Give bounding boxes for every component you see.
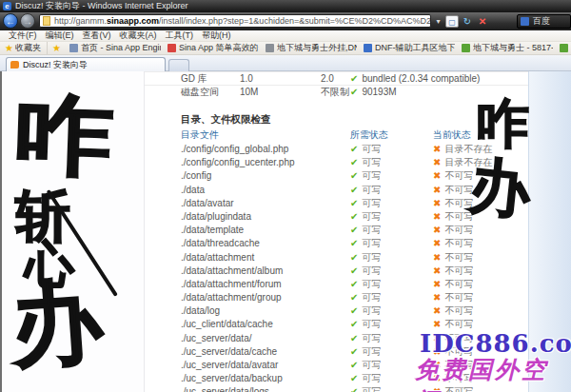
perm-required-label: 可写 xyxy=(362,360,381,370)
perm-required-label: 可写 xyxy=(362,386,381,392)
perm-required-status: ✔可写 xyxy=(350,278,381,291)
favorites-item[interactable]: DNF-辅助工具区地下城与... xyxy=(364,42,455,54)
check-icon: ✔ xyxy=(350,360,358,370)
perm-current-label: 不可写 xyxy=(444,238,473,248)
search-box[interactable]: 百度 xyxy=(517,14,571,29)
stop-icon[interactable]: ✕ xyxy=(476,15,489,28)
cross-icon: ✖ xyxy=(433,185,441,195)
env-current-status: ✔90193M xyxy=(350,86,397,99)
favorite-label: DNF-辅助工具区地下城与... xyxy=(375,42,455,54)
perm-path: ./uc_client/data/cache xyxy=(181,318,273,331)
favorites-item[interactable]: 地下城与勇士外挂,DNF外... xyxy=(266,42,357,54)
env-recommended-value: 不限制 xyxy=(321,86,349,99)
favorites-item[interactable]: Sina App 简单高效的开... xyxy=(167,42,259,54)
perm-required-label: 可写 xyxy=(362,265,381,276)
check-icon: ✔ xyxy=(350,386,358,392)
perm-required-label: 可写 xyxy=(362,319,381,329)
favorite-site-icon xyxy=(560,44,568,52)
environment-check-table: GD 库1.02.0✔bundled (2.0.34 compatible)磁盘… xyxy=(145,71,528,98)
back-button[interactable]: ← xyxy=(3,13,18,29)
perm-required-label: 可写 xyxy=(362,185,381,195)
add-favorite-icon[interactable]: ★ xyxy=(52,43,61,53)
address-bar[interactable]: http://ganmm.sinaapp.com/install/index.p… xyxy=(39,14,431,28)
compatibility-view-icon[interactable]: ▢ xyxy=(445,15,459,28)
perm-current-status: ✖不可写 xyxy=(433,184,473,197)
perm-current-label: 不可写 xyxy=(444,252,473,263)
check-icon: ✔ xyxy=(350,211,358,222)
url-prefix: http://ganmm. xyxy=(54,15,107,27)
perm-path: ./uc_server/data/ xyxy=(181,332,251,345)
perm-required-status: ✔可写 xyxy=(350,265,381,278)
menu-item[interactable]: 编辑(E) xyxy=(46,29,74,42)
tab-bar: Discuz! 安装向导 xyxy=(0,55,571,71)
perm-path: ./data/attachment/album xyxy=(181,265,283,278)
check-icon: ✔ xyxy=(350,170,358,181)
refresh-icon[interactable]: ↻ xyxy=(461,15,474,28)
perm-required-status: ✔可写 xyxy=(350,210,381,224)
perm-current-status: ✖不可写 xyxy=(433,291,473,304)
cross-icon: ✖ xyxy=(433,279,441,289)
menu-item[interactable]: 工具(T) xyxy=(166,29,194,42)
baidu-icon xyxy=(521,17,529,26)
perm-row: ./config/config_global.php✔可写✖目录不存在 xyxy=(145,143,528,156)
cross-icon: ✖ xyxy=(433,144,441,154)
forward-button[interactable]: → xyxy=(20,13,35,29)
favorites-item[interactable]: 末日游戏论坛各个服务器... xyxy=(560,42,571,54)
perm-current-label: 不可写 xyxy=(444,279,473,289)
tab-discuz-install[interactable]: Discuz! 安装向导 xyxy=(6,57,166,71)
check-icon: ✔ xyxy=(350,373,358,383)
new-tab-button[interactable] xyxy=(168,59,189,71)
watermark-slogan: 免费国外空间 xyxy=(415,354,571,392)
perm-required-label: 可写 xyxy=(362,170,381,181)
favorites-item[interactable]: 地下城与勇士 - 5817-游... xyxy=(462,42,553,54)
menu-item[interactable]: 收藏夹(A) xyxy=(120,29,157,42)
title-bar: e Discuz! 安装向导 - Windows Internet Explor… xyxy=(0,0,571,12)
env-item-name: GD 库 xyxy=(181,72,207,86)
favorites-button-label: 收藏夹 xyxy=(15,42,41,54)
favorites-item[interactable]: 首页 - Sina App Engine xyxy=(69,42,161,54)
perm-path: ./uc_server/data/logs xyxy=(181,385,269,392)
perm-required-label: 可写 xyxy=(362,346,381,357)
favorite-site-icon xyxy=(69,44,78,52)
address-dropdown-icon[interactable]: ▾ xyxy=(433,16,443,27)
check-icon: ✔ xyxy=(350,292,358,303)
perm-required-label: 可写 xyxy=(362,279,381,289)
perm-row: ./data/attachment/album✔可写✖不可写 xyxy=(145,265,528,278)
url-path: /install/index.php?step=1&uchidden=&subm… xyxy=(159,15,431,27)
perm-required-status: ✔可写 xyxy=(350,224,381,237)
perm-path: ./config/config_global.php xyxy=(181,143,288,156)
env-current-status: ✔bundled (2.0.34 compatible) xyxy=(350,72,480,86)
perm-required-label: 可写 xyxy=(362,373,381,383)
perm-current-status: ✖不可写 xyxy=(433,237,473,250)
perm-path: ./uc_server/data/cache xyxy=(181,345,277,359)
perm-path: ./data/attachment/group xyxy=(181,291,282,304)
check-icon: ✔ xyxy=(350,279,358,289)
cross-icon: ✖ xyxy=(433,238,441,248)
menu-item[interactable]: 文件(F) xyxy=(9,29,37,42)
permission-table-header: 目录文件 所需状态 当前状态 xyxy=(145,128,528,142)
favorites-button[interactable]: ★ 收藏夹 xyxy=(0,42,48,54)
perm-current-label: 不可写 xyxy=(444,319,473,329)
check-icon: ✔ xyxy=(350,225,358,235)
perm-row: ./data/threadcache✔可写✖不可写 xyxy=(145,237,528,250)
menu-item[interactable]: 帮助(H) xyxy=(202,29,231,42)
perm-required-status: ✔可写 xyxy=(350,345,381,359)
perm-current-status: ✖不可写 xyxy=(433,278,473,291)
perm-current-status: ✖不可写 xyxy=(433,169,473,183)
menu-item[interactable]: 查看(V) xyxy=(83,29,111,42)
check-icon: ✔ xyxy=(350,252,358,263)
star-icon: ★ xyxy=(5,43,13,53)
perm-current-status: ✖不可写 xyxy=(433,304,473,318)
handwriting-left-char3: 办 xyxy=(8,274,105,371)
perm-required-label: 可写 xyxy=(362,238,381,248)
url-domain: sinaapp.com xyxy=(107,15,159,27)
env-required-value: 10M xyxy=(240,86,258,99)
perm-required-status: ✔可写 xyxy=(350,385,381,392)
perm-path: ./data/log xyxy=(181,304,220,318)
favorite-site-icon xyxy=(364,44,372,52)
perm-current-status: ✖不可写 xyxy=(433,265,473,278)
perm-path: ./config xyxy=(181,169,211,183)
navigation-bar: ← → http://ganmm.sinaapp.com/install/ind… xyxy=(0,12,571,30)
perm-required-status: ✔可写 xyxy=(350,156,381,169)
perm-current-label: 不可写 xyxy=(444,305,473,316)
